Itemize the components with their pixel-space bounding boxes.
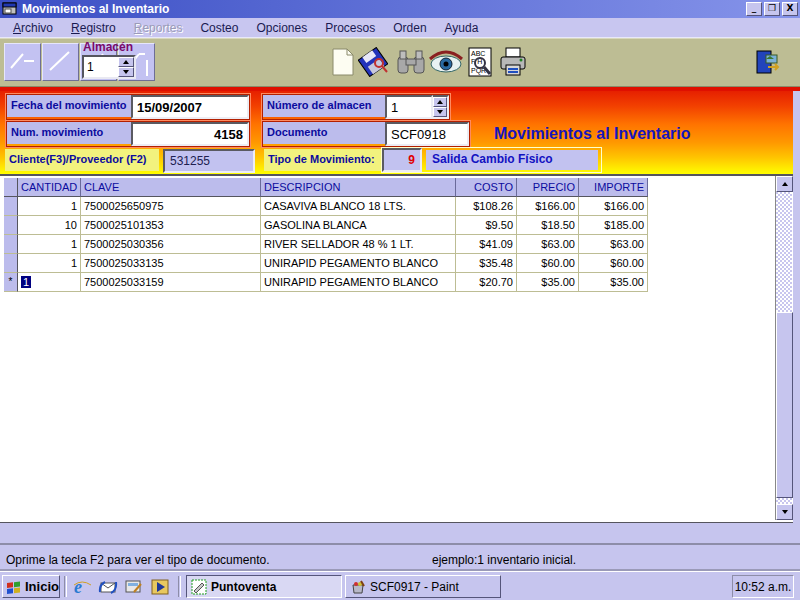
cell-cantidad[interactable]: 1 [18, 254, 81, 273]
print-preview-button[interactable]: ABC F H PQR [466, 47, 496, 77]
documento-label: Documento [263, 122, 385, 144]
restore-button[interactable]: ❐ [764, 2, 780, 16]
menu-registro[interactable]: Registro [62, 19, 125, 37]
task-puntoventa[interactable]: Puntoventa [186, 575, 342, 598]
cell-importe[interactable]: $185.00 [579, 216, 648, 235]
table-row[interactable]: 1 7500025033135 UNIRAPID PEGAMENTO BLANC… [4, 254, 793, 273]
tipo-box: 9 Salida Cambio Físico [381, 147, 602, 173]
cell-precio[interactable]: $63.00 [517, 235, 579, 254]
cell-importe[interactable]: $63.00 [579, 235, 648, 254]
num-mov-label: Num. movimiento [7, 122, 131, 144]
cell-cantidad[interactable]: 10 [18, 216, 81, 235]
exit-button[interactable] [752, 47, 782, 77]
cell-cantidad-selected[interactable]: 1 [18, 273, 81, 292]
nav-prev-button[interactable] [42, 43, 79, 81]
fecha-input[interactable]: 15/09/2007 [131, 95, 249, 119]
search-button[interactable] [396, 47, 426, 77]
cell-descripcion[interactable]: RIVER SELLADOR 48 % 1 LT. [261, 235, 456, 254]
cell-cantidad[interactable]: 1 [18, 235, 81, 254]
vertical-scrollbar[interactable] [775, 176, 792, 520]
scroll-up-button[interactable] [776, 176, 793, 192]
almacen-spin-down[interactable] [118, 67, 134, 77]
table-row-active[interactable]: * 1 7500025033159 UNIRAPID PEGAMENTO BLA… [4, 273, 793, 292]
cell-precio[interactable]: $166.00 [517, 197, 579, 216]
row-selector-new[interactable]: * [4, 273, 18, 292]
cell-costo[interactable]: $41.09 [456, 235, 517, 254]
col-importe[interactable]: IMPORTE [579, 178, 648, 197]
num-almacen-spin-down[interactable] [433, 107, 447, 117]
cell-importe[interactable]: $60.00 [579, 254, 648, 273]
cell-costo[interactable]: $35.48 [456, 254, 517, 273]
print-button[interactable] [498, 47, 528, 77]
cliente-input[interactable]: 531255 [163, 149, 255, 173]
almacen-value[interactable]: 1 [84, 57, 118, 77]
cell-precio[interactable]: $35.00 [517, 273, 579, 292]
num-mov-input[interactable]: 4158 [131, 122, 249, 146]
col-descripcion[interactable]: DESCRIPCION [261, 178, 456, 197]
outlook-express-icon[interactable] [96, 576, 120, 598]
media-player-icon[interactable] [148, 576, 172, 598]
grid-corner-cell [4, 178, 18, 197]
start-button[interactable]: Inicio [2, 575, 60, 598]
fecha-label: Fecha del movimiento [7, 95, 131, 117]
scroll-down-button[interactable] [776, 504, 793, 520]
taskbar-separator [64, 576, 67, 597]
minimize-button[interactable]: _ [746, 2, 762, 16]
task-paint-label: SCF0917 - Paint [370, 580, 459, 594]
cell-clave[interactable]: 7500025650975 [81, 197, 261, 216]
row-selector[interactable] [4, 254, 18, 273]
row-selector[interactable] [4, 216, 18, 235]
menu-costeo[interactable]: Costeo [191, 19, 247, 37]
new-document-button[interactable] [328, 47, 358, 77]
menu-opciones[interactable]: Opciones [247, 19, 316, 37]
cell-importe[interactable]: $166.00 [579, 197, 648, 216]
scrollbar-thumb[interactable] [776, 312, 793, 498]
table-row[interactable]: 1 7500025650975 CASAVIVA BLANCO 18 LTS. … [4, 197, 793, 216]
form-title: Movimientos al Inventario [494, 125, 690, 143]
task-paint[interactable]: SCF0917 - Paint [345, 575, 501, 598]
cell-descripcion[interactable]: CASAVIVA BLANCO 18 LTS. [261, 197, 456, 216]
save-button[interactable] [358, 47, 388, 77]
row-selector[interactable] [4, 235, 18, 254]
cell-descripcion[interactable]: UNIRAPID PEGAMENTO BLANCO [261, 273, 456, 292]
cell-precio[interactable]: $60.00 [517, 254, 579, 273]
cliente-group: Cliente(F3)/Proveedor (F2) 531255 [4, 148, 256, 174]
menu-procesos[interactable]: Procesos [316, 19, 384, 37]
cell-costo[interactable]: $108.26 [456, 197, 517, 216]
cell-clave[interactable]: 7500025033135 [81, 254, 261, 273]
nav-first-button[interactable] [4, 43, 41, 81]
close-button[interactable]: X [782, 2, 798, 16]
cell-cantidad[interactable]: 1 [18, 197, 81, 216]
cell-importe[interactable]: $35.00 [579, 273, 648, 292]
menu-ayuda[interactable]: Ayuda [436, 19, 488, 37]
internet-explorer-icon[interactable]: e [70, 576, 94, 598]
cell-precio[interactable]: $18.50 [517, 216, 579, 235]
menu-orden[interactable]: Orden [384, 19, 435, 37]
col-precio[interactable]: PRECIO [517, 178, 579, 197]
almacen-spinner[interactable]: 1 [82, 55, 136, 79]
col-costo[interactable]: COSTO [456, 178, 517, 197]
form-area: Fecha del movimiento 15/09/2007 Número d… [0, 91, 793, 174]
cell-clave[interactable]: 7500025101353 [81, 216, 261, 235]
num-almacen-label: Número de almacen [263, 95, 385, 117]
documento-input[interactable]: SCF0918 [385, 122, 469, 146]
cell-descripcion[interactable]: GASOLINA BLANCA [261, 216, 456, 235]
show-desktop-icon[interactable] [122, 576, 146, 598]
almacen-spin-up[interactable] [118, 57, 134, 67]
col-cantidad[interactable]: CANTIDAD [18, 178, 81, 197]
cell-clave[interactable]: 7500025030356 [81, 235, 261, 254]
table-row[interactable]: 10 7500025101353 GASOLINA BLANCA $9.50 $… [4, 216, 793, 235]
cell-costo[interactable]: $9.50 [456, 216, 517, 235]
col-clave[interactable]: CLAVE [81, 178, 261, 197]
new-document-icon [331, 48, 355, 76]
menu-archivo[interactable]: Archivo [4, 19, 62, 37]
cell-clave[interactable]: 7500025033159 [81, 273, 261, 292]
table-row[interactable]: 1 7500025030356 RIVER SELLADOR 48 % 1 LT… [4, 235, 793, 254]
tipo-input[interactable]: 9 [382, 148, 422, 172]
num-almacen-spin-up[interactable] [433, 97, 447, 107]
num-almacen-input[interactable]: 1 [385, 95, 433, 119]
cell-descripcion[interactable]: UNIRAPID PEGAMENTO BLANCO [261, 254, 456, 273]
row-selector[interactable] [4, 197, 18, 216]
view-button[interactable] [428, 47, 464, 77]
cell-costo[interactable]: $20.70 [456, 273, 517, 292]
